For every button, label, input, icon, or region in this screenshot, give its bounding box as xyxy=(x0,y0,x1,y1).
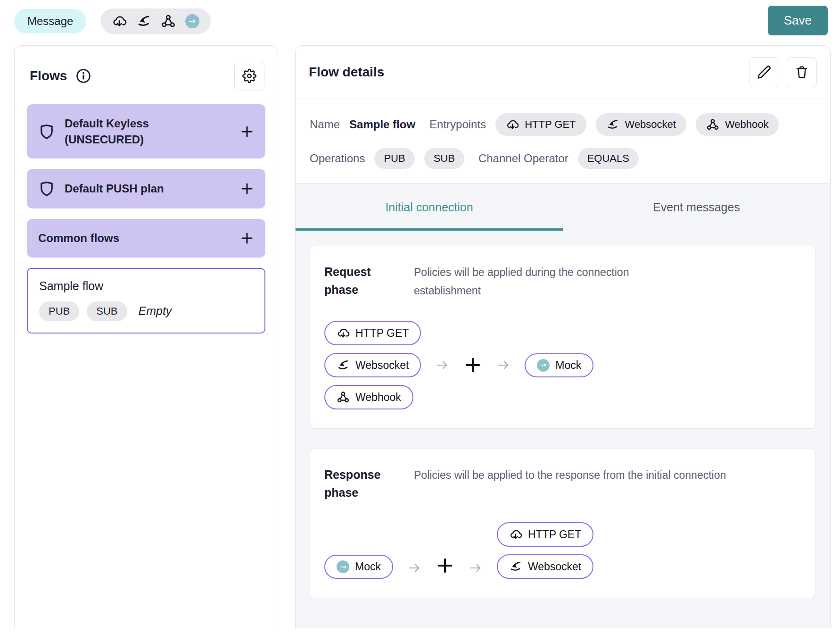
plus-icon xyxy=(463,356,482,375)
top-bar: Message Save xyxy=(0,0,840,40)
flows-settings-button[interactable] xyxy=(234,61,264,91)
request-phase-title: Request phase xyxy=(324,263,401,300)
entrypoint-chip-http-get: HTTP GET xyxy=(495,113,586,136)
pencil-icon xyxy=(757,65,771,79)
flow-meta: Name Sample flow Entrypoints HTTP GET We… xyxy=(296,99,830,183)
delete-flow-button[interactable] xyxy=(787,57,817,87)
plus-icon xyxy=(240,182,254,196)
flow-name: Sample flow xyxy=(39,279,253,293)
request-entrypoints-stack: HTTP GET Websocket Webhook xyxy=(324,321,421,409)
entrypoint-chip-webhook: Webhook xyxy=(696,113,779,136)
plan-item-default-keyless[interactable]: Default Keyless (UNSECURED) xyxy=(27,104,265,158)
mock-endpoint-icon xyxy=(185,14,199,28)
shield-icon xyxy=(38,180,55,197)
http-get-icon xyxy=(509,528,522,541)
request-phase-description: Policies will be applied during the conn… xyxy=(414,263,697,300)
flows-header: Flows xyxy=(27,46,265,104)
http-get-icon xyxy=(112,14,127,29)
websocket-icon xyxy=(337,359,350,372)
entrypoints-label: Entrypoints xyxy=(429,118,486,131)
phase-content: Request phase Policies will be applied d… xyxy=(296,231,830,628)
arrow-right-icon xyxy=(469,561,483,575)
flow-chip-http-get[interactable]: HTTP GET xyxy=(324,321,421,345)
arrow-right-icon xyxy=(496,358,511,372)
channel-operator-label: Channel Operator xyxy=(478,152,568,165)
flow-status-label: Empty xyxy=(139,304,172,318)
response-phase-title: Response phase xyxy=(324,466,401,501)
flow-name-value: Sample flow xyxy=(349,118,415,131)
webhook-icon xyxy=(706,118,719,131)
flow-operations: PUB SUB Empty xyxy=(39,301,253,321)
mock-endpoint-icon xyxy=(537,359,550,372)
add-policy-button[interactable] xyxy=(436,556,454,575)
plan-item-default-push[interactable]: Default PUSH plan xyxy=(27,169,265,209)
channel-operator-chip: EQUALS xyxy=(578,148,639,169)
operation-chip-pub: PUB xyxy=(374,148,414,169)
plan-label: Default PUSH plan xyxy=(65,181,206,197)
add-flow-button[interactable] xyxy=(240,182,254,196)
websocket-icon xyxy=(136,14,151,29)
meta-row-operations: Operations PUB SUB Channel Operator EQUA… xyxy=(310,148,816,169)
tab-initial-connection[interactable]: Initial connection xyxy=(296,184,563,231)
plus-icon xyxy=(240,231,254,245)
websocket-icon xyxy=(606,118,619,131)
phase-tabs: Initial connection Event messages xyxy=(296,183,830,231)
flow-list: Default Keyless (UNSECURED) Default PUSH… xyxy=(27,104,265,334)
plan-label: Common flows xyxy=(38,230,231,246)
flow-chip-mock-endpoint[interactable]: Mock xyxy=(324,555,393,579)
operations-label: Operations xyxy=(310,152,365,165)
operation-badge-sub: SUB xyxy=(87,301,127,321)
meta-row-name-entrypoints: Name Sample flow Entrypoints HTTP GET We… xyxy=(310,113,816,136)
http-get-icon xyxy=(506,118,519,131)
mock-endpoint-icon xyxy=(337,560,349,573)
response-phase-card: Response phase Policies will be applied … xyxy=(310,449,816,598)
shield-icon xyxy=(38,123,55,140)
flow-chip-websocket[interactable]: Websocket xyxy=(497,554,593,579)
entrypoints-summary-pill xyxy=(100,8,211,34)
flow-chip-websocket[interactable]: Websocket xyxy=(324,353,421,377)
trash-icon xyxy=(795,65,809,79)
flow-details-title: Flow details xyxy=(309,65,384,80)
plus-icon xyxy=(436,556,454,575)
request-phase-card: Request phase Policies will be applied d… xyxy=(310,246,816,429)
webhook-icon xyxy=(337,391,350,404)
arrow-right-icon xyxy=(435,358,449,372)
message-type-badge: Message xyxy=(14,9,86,33)
entrypoint-chip-websocket: Websocket xyxy=(596,113,686,136)
webhook-icon xyxy=(161,14,176,29)
operation-chip-sub: SUB xyxy=(424,148,464,169)
http-get-icon xyxy=(337,326,350,340)
flow-details-header: Flow details xyxy=(296,46,830,99)
flow-item-sample-flow-selected[interactable]: Sample flow PUB SUB Empty xyxy=(27,268,265,334)
edit-flow-button[interactable] xyxy=(749,57,779,87)
operation-badge-pub: PUB xyxy=(39,301,79,321)
flow-chip-mock-endpoint[interactable]: Mock xyxy=(525,353,593,377)
response-phase-description: Policies will be applied to the response… xyxy=(414,466,726,501)
flows-sidebar: Flows Default Keyless (UNSECURED) Defaul… xyxy=(14,45,278,628)
flow-details-panel: Flow details Name Sample flow Entrypoint… xyxy=(295,45,831,628)
name-label: Name xyxy=(310,118,340,131)
flow-chip-http-get[interactable]: HTTP GET xyxy=(497,522,593,547)
plan-item-common-flows[interactable]: Common flows xyxy=(27,219,265,258)
request-phase-flow: HTTP GET Websocket Webhook xyxy=(324,321,801,409)
response-entrypoints-stack: HTTP GET Websocket xyxy=(497,522,593,579)
response-phase-flow: Mock HTTP GET xyxy=(324,522,801,579)
arrow-right-icon xyxy=(407,561,421,575)
plus-icon xyxy=(240,125,254,139)
gear-icon xyxy=(242,69,256,83)
flow-chip-webhook[interactable]: Webhook xyxy=(324,385,413,409)
websocket-icon xyxy=(509,560,522,573)
flows-title: Flows xyxy=(30,68,67,83)
add-flow-button[interactable] xyxy=(240,125,254,139)
add-policy-button[interactable] xyxy=(463,356,482,375)
tab-event-messages[interactable]: Event messages xyxy=(563,184,830,231)
add-flow-button[interactable] xyxy=(240,231,254,245)
main-content: Flows Default Keyless (UNSECURED) Defaul… xyxy=(0,40,840,628)
top-bar-left-group: Message xyxy=(14,6,211,34)
save-button[interactable]: Save xyxy=(768,6,828,35)
info-icon[interactable] xyxy=(75,68,91,84)
plan-label: Default Keyless (UNSECURED) xyxy=(65,116,206,147)
